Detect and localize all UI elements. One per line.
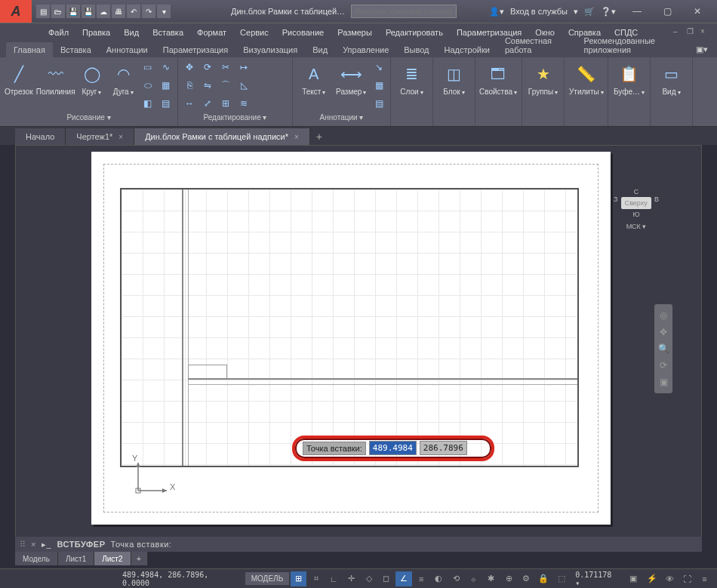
dynamic-input-y[interactable]: 286.7896 [420, 441, 467, 455]
polyline-button[interactable]: 〰Полилиния [36, 59, 75, 99]
qat-save-icon[interactable]: 💾 [66, 5, 80, 18]
selection-cycling-icon[interactable]: ⟲ [448, 571, 464, 586]
qat-cloud-icon[interactable]: ☁ [97, 5, 110, 18]
dimension-button[interactable]: ⟷Размер [334, 59, 370, 99]
cmdline-close-icon[interactable]: × [31, 540, 35, 549]
new-tab-button[interactable]: + [310, 128, 328, 145]
ribbon-tab-insert[interactable]: Вставка [53, 42, 99, 57]
navigation-bar[interactable]: ◎ ✥ 🔍 ⟳ ▣ [654, 304, 672, 393]
scale-icon[interactable]: ⤢ [199, 95, 216, 112]
maximize-button[interactable]: ▢ [652, 0, 682, 23]
viewport-frame[interactable]: Точка вставки: 489.4984 286.7896 [120, 188, 579, 467]
rect-icon[interactable]: ▭ [140, 59, 156, 75]
ribbon-tab-view[interactable]: Вид [305, 42, 335, 57]
ribbon-tab-featured[interactable]: Рекомендованные приложения [577, 33, 693, 57]
qat-saveas-icon[interactable]: 💾 [82, 5, 95, 18]
table-icon[interactable]: ▤ [158, 95, 174, 112]
viewcube-west[interactable]: З [614, 195, 617, 211]
viewport-scale[interactable]: 0.171178 ▾ [571, 571, 623, 587]
doc-tab-drawing1[interactable]: Чертеж1*× [66, 128, 134, 145]
ribbon-tab-output[interactable]: Вывод [396, 42, 436, 57]
ellipse-icon[interactable]: ⬭ [140, 77, 156, 94]
spline-icon[interactable]: ∿ [158, 59, 174, 75]
signin-icon[interactable]: 👤▾ [489, 7, 504, 17]
osnap-toggle-icon[interactable]: ◻ [378, 571, 394, 586]
nav-zoom-icon[interactable]: 🔍 [654, 340, 672, 357]
fillet-icon[interactable]: ⌒ [217, 77, 234, 94]
menu-draw[interactable]: Рисование [276, 26, 330, 39]
trim-icon[interactable]: ✂ [217, 59, 234, 75]
space-toggle[interactable]: МОДЕЛЬ [245, 572, 289, 585]
mdi-close-icon[interactable]: × [700, 27, 711, 38]
cart-icon[interactable]: 🛒 [584, 7, 595, 17]
cursor-coordinates[interactable]: 489.4984, 286.7896, 0.0000 [118, 569, 241, 589]
close-icon[interactable]: × [118, 133, 123, 141]
viewcube-south[interactable]: Ю [614, 211, 659, 218]
properties-button[interactable]: 🗔Свойства [479, 59, 518, 99]
ribbon-expand-icon[interactable]: ▣▾ [693, 42, 711, 57]
rotate-icon[interactable]: ⟳ [199, 59, 216, 75]
polar-toggle-icon[interactable]: ✛ [343, 571, 359, 586]
command-line[interactable]: ⠿ × ▸_ ВСТБУФЕР Точка вставки: [15, 537, 702, 552]
ucs-icon[interactable]: Y X [131, 457, 176, 503]
layout-tab-model[interactable]: Модель [15, 552, 58, 565]
nav-showmotion-icon[interactable]: ▣ [654, 374, 672, 390]
viewcube[interactable]: С ЗСверхуВ Ю МСК ▾ [614, 188, 659, 230]
workspace-icon[interactable]: ⚙ [519, 571, 534, 586]
close-icon[interactable]: × [294, 133, 299, 141]
chamfer-icon[interactable]: ◺ [235, 77, 252, 94]
table-annot-icon[interactable]: ▦ [371, 77, 387, 94]
viewcube-east[interactable]: В [654, 195, 659, 211]
menu-insert[interactable]: Вставка [146, 26, 189, 39]
nav-wheel-icon[interactable]: ◎ [654, 307, 672, 324]
stretch-icon[interactable]: ↔ [181, 95, 198, 112]
help-icon[interactable]: ❔▾ [601, 7, 616, 17]
ribbon-tab-addins[interactable]: Надстройки [437, 42, 497, 57]
panel-title-annot[interactable]: Аннотации ▾ [296, 112, 387, 125]
ribbon-tab-annotate[interactable]: Аннотации [99, 42, 155, 57]
panel-title-draw[interactable]: Рисование ▾ [3, 112, 174, 125]
mirror-icon[interactable]: ⇋ [199, 77, 216, 94]
qat-open-icon[interactable]: 🗁 [51, 5, 65, 18]
maximize-viewport-icon[interactable]: ▣ [625, 571, 641, 586]
app-logo[interactable]: A [0, 0, 32, 23]
grid-toggle-icon[interactable]: ⊞ [291, 571, 306, 586]
utilities-button[interactable]: 📏Утилиты [568, 59, 605, 99]
annoscale-icon[interactable]: ⟐ [466, 571, 482, 586]
menu-view[interactable]: Вид [118, 26, 145, 39]
clean-screen-icon[interactable]: ⛶ [679, 571, 695, 586]
qat-plot-icon[interactable]: 🖶 [112, 5, 125, 18]
cmdline-grip-icon[interactable]: ⠿ [20, 540, 26, 550]
doc-tab-start[interactable]: Начало [15, 128, 66, 145]
otrack-toggle-icon[interactable]: ∠ [395, 571, 411, 586]
isodraft-icon[interactable]: ◇ [361, 571, 377, 586]
move-icon[interactable]: ✥ [181, 59, 198, 75]
array-icon[interactable]: ⊞ [217, 95, 234, 112]
ribbon-tab-parametric[interactable]: Параметризация [155, 42, 235, 57]
hatch-icon[interactable]: ▦ [158, 77, 174, 94]
ribbon-tab-home[interactable]: Главная [6, 42, 53, 57]
close-button[interactable]: ✕ [682, 0, 712, 23]
copy-icon[interactable]: ⎘ [181, 77, 198, 94]
ribbon-tab-visualize[interactable]: Визуализация [235, 42, 305, 57]
snap-toggle-icon[interactable]: ⌗ [308, 571, 324, 586]
menu-modify[interactable]: Редактировать [380, 26, 449, 39]
units-icon[interactable]: ⬚ [553, 571, 569, 586]
layout-add-button[interactable]: + [131, 552, 148, 565]
viewcube-wcs[interactable]: МСК ▾ [614, 223, 659, 230]
ribbon-tab-collab[interactable]: Совместная работа [497, 33, 577, 57]
extend-icon[interactable]: ↦ [235, 59, 252, 75]
line-button[interactable]: ╱Отрезок [3, 59, 35, 99]
qat-more-icon[interactable]: ▾ [157, 5, 171, 18]
block-button[interactable]: ◫Блок [436, 59, 472, 99]
layout-tab-sheet2[interactable]: Лист2 [94, 552, 131, 565]
qat-new-icon[interactable]: ▤ [36, 5, 50, 18]
viewcube-face[interactable]: Сверху [621, 197, 651, 209]
customize-status-icon[interactable]: ≡ [697, 571, 712, 586]
arc-button[interactable]: ◠Дуга [108, 59, 138, 99]
lineweight-icon[interactable]: ≡ [414, 571, 429, 586]
menu-file[interactable]: Файл [42, 26, 75, 39]
circle-button[interactable]: ◯Круг [77, 59, 107, 99]
clipboard-button[interactable]: 📋Буфе… [611, 59, 647, 99]
lock-ui-icon[interactable]: 🔒 [536, 571, 552, 586]
